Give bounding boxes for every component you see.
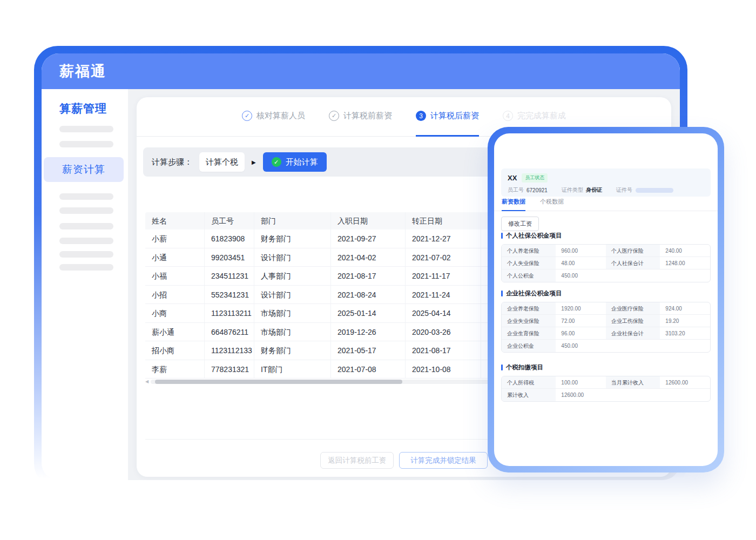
idtype-value: 身份证 xyxy=(586,186,602,194)
field-value: 12600.00 xyxy=(660,376,710,388)
arrow-right-icon: ▶ xyxy=(252,159,256,165)
cell-regulardate: 2020-03-26 xyxy=(406,323,481,341)
scroll-left-icon[interactable]: ◀ xyxy=(145,379,148,384)
field-label-empty xyxy=(606,340,660,352)
sidebar-skeleton-bar xyxy=(59,207,113,214)
cell-regulardate: 2021-08-17 xyxy=(406,341,481,360)
field-value-empty xyxy=(660,340,710,352)
cell-dept: 市场部门 xyxy=(254,323,331,341)
sidebar-skeleton-bar xyxy=(59,238,113,244)
field-value: 12600.00 xyxy=(556,389,606,401)
cell-empno: 664876211 xyxy=(205,323,254,341)
scrollbar-thumb[interactable] xyxy=(155,380,402,384)
cell-dept: 市场部门 xyxy=(254,304,331,322)
field-label: 当月累计收入 xyxy=(606,376,660,388)
field-label: 个人养老保险 xyxy=(502,245,556,256)
field-value: 3103.20 xyxy=(660,327,710,339)
modify-salary-button[interactable]: 修改工资 xyxy=(501,217,539,231)
step-tab-aftertax-salary[interactable]: 3 计算税后薪资 xyxy=(416,97,479,137)
employee-detail-panel: XX 员工状态 员工号 6720921 证件类型 身份证 证件号 薪资数据 个税… xyxy=(488,127,724,473)
cell-dept: 人事部门 xyxy=(254,267,331,285)
col-header-dept: 部门 xyxy=(254,212,331,230)
cell-dept: 财务部门 xyxy=(254,230,331,248)
section-title-text: 个税扣缴项目 xyxy=(506,363,543,372)
step-tab-label: 核对算薪人员 xyxy=(256,111,305,121)
step-tab-label: 完完成算薪成 xyxy=(517,111,566,121)
field-row: 个人失业保险 48.00 个人社保合计 1248.00 xyxy=(502,257,710,269)
col-header-empno: 员工号 xyxy=(205,212,254,230)
step-tab-pretax-salary[interactable]: ✓ 计算税前薪资 xyxy=(329,97,392,137)
cell-regulardate: 2021-11-17 xyxy=(406,267,481,285)
cell-empno: 234511231 xyxy=(205,267,254,285)
cell-dept: 设计部门 xyxy=(254,248,331,267)
calc-tax-step-pill[interactable]: 计算个税 xyxy=(199,152,245,172)
check-circle-icon: ✓ xyxy=(242,111,252,121)
field-value-empty xyxy=(660,269,710,282)
cell-dept: 财务部门 xyxy=(254,341,331,360)
step-tab-label: 计算税前薪资 xyxy=(343,111,392,121)
employee-name: XX xyxy=(508,174,517,182)
cell-empno: 61823908 xyxy=(205,230,254,248)
sidebar-skeleton-bar xyxy=(59,141,113,147)
section-box-personal: 个人养老保险 960.00 个人医疗保险 240.00 个人失业保险 48.00… xyxy=(501,244,711,282)
sidebar-skeleton-bar xyxy=(59,251,113,258)
back-to-pretax-button[interactable]: 返回计算税前工资 xyxy=(320,452,394,469)
section-box-enterprise: 企业养老保险 1920.00 企业医疗保险 924.00 企业失业保险 72.0… xyxy=(501,302,711,353)
section-title-enterprise: 企业社保公积金项目 xyxy=(501,289,711,298)
cell-empno: 552341231 xyxy=(205,286,254,304)
cell-empno: 1123113211 xyxy=(205,304,254,322)
finish-and-lock-button[interactable]: 计算完成并锁定结果 xyxy=(399,452,488,469)
cell-hiredate: 2021-08-24 xyxy=(331,286,406,304)
step-tab-label: 计算税后薪资 xyxy=(430,111,479,121)
field-label: 企业养老保险 xyxy=(502,302,556,314)
cell-hiredate: 2021-08-17 xyxy=(331,267,406,285)
cell-regulardate: 2025-04-14 xyxy=(406,304,481,322)
field-value: 450.00 xyxy=(556,340,606,352)
panel-sections: 个人社保公积金项目 个人养老保险 960.00 个人医疗保险 240.00 个人… xyxy=(501,232,711,402)
step-number-icon: 3 xyxy=(416,111,426,121)
sidebar-item-salary-calc[interactable]: 薪资计算 xyxy=(44,157,124,182)
cell-empno: 1123112133 xyxy=(205,341,254,360)
field-value: 72.00 xyxy=(556,315,606,327)
section-marker-icon xyxy=(501,291,503,296)
field-label: 个人所得税 xyxy=(502,376,556,388)
tab-salary-data[interactable]: 薪资数据 xyxy=(502,197,525,211)
col-header-regulardate: 转正日期 xyxy=(406,212,481,230)
check-circle-icon: ✓ xyxy=(329,111,339,121)
field-value: 1920.00 xyxy=(556,302,606,314)
cell-hiredate: 2025-01-14 xyxy=(331,304,406,322)
field-value: 1248.00 xyxy=(660,257,710,269)
idtype-label: 证件类型 xyxy=(562,186,583,194)
step-tab-verify-staff[interactable]: ✓ 核对算薪人员 xyxy=(242,97,305,137)
employee-status-badge: 员工状态 xyxy=(522,173,548,183)
tab-tax-data[interactable]: 个税数据 xyxy=(540,197,564,211)
section-title-text: 个人社保公积金项目 xyxy=(506,232,562,240)
sidebar-skeleton-bar xyxy=(59,193,113,200)
cell-name: 小商 xyxy=(145,304,205,322)
cell-regulardate: 2021-12-27 xyxy=(406,230,481,248)
field-label: 企业失业保险 xyxy=(502,315,556,327)
cell-empno: 778231321 xyxy=(205,360,254,379)
sidebar-skeleton-bar xyxy=(59,126,113,132)
field-value: 48.00 xyxy=(556,257,606,269)
cell-name: 小通 xyxy=(145,248,205,267)
field-value: 450.00 xyxy=(556,269,606,282)
page: 薪福通 算薪管理 薪资计算 xyxy=(0,0,756,540)
field-row: 企业养老保险 1920.00 企业医疗保险 924.00 xyxy=(502,302,710,315)
sidebar-section-title[interactable]: 算薪管理 xyxy=(59,101,107,116)
field-label-empty xyxy=(606,389,660,401)
cell-hiredate: 2021-05-17 xyxy=(331,341,406,360)
section-marker-icon xyxy=(501,233,503,239)
start-calc-button[interactable]: ✓ 开始计算 xyxy=(263,152,327,172)
employee-header: XX 员工状态 员工号 6720921 证件类型 身份证 证件号 xyxy=(501,168,711,197)
section-title-personal: 个人社保公积金项目 xyxy=(501,232,711,240)
field-value: 100.00 xyxy=(556,376,606,388)
app-logo: 薪福通 xyxy=(59,53,106,89)
field-label: 个人医疗保险 xyxy=(606,245,660,256)
section-marker-icon xyxy=(501,364,503,370)
field-label-empty xyxy=(606,269,660,282)
cell-name: 小福 xyxy=(145,267,205,285)
sidebar-skeleton-bar xyxy=(59,223,113,230)
empno-value: 6720921 xyxy=(526,187,548,193)
cell-name: 薪小通 xyxy=(145,323,205,341)
